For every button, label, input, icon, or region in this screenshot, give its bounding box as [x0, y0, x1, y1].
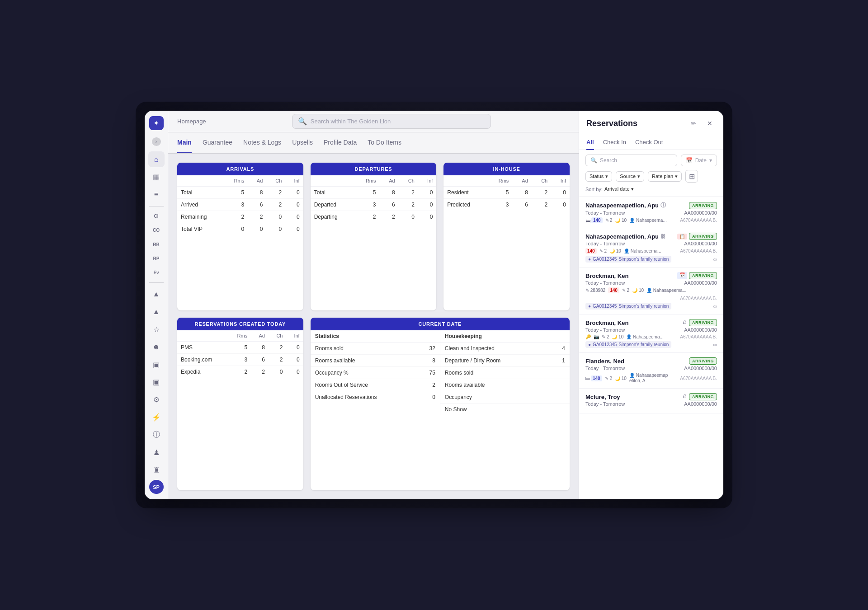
sidebar-item-home[interactable]: ⌂ [148, 151, 165, 167]
table-row: Departure / Dirty Room 1 [440, 354, 570, 366]
list-item[interactable]: Nahasapeemapetilon, Apu ⓘ ARRIVING Today… [579, 197, 723, 228]
arrivals-row-arrived-ch: 2 [266, 199, 285, 211]
panel-close-button[interactable]: ✕ [703, 117, 716, 130]
sidebar-item-people[interactable]: ☻ [148, 339, 165, 355]
panel-tab-checkin[interactable]: Check In [603, 135, 626, 150]
dot-icon: ● [588, 304, 591, 309]
list-item[interactable]: Mclure, Troy 🖨 ARRIVING Today - Tomorrow… [579, 389, 723, 413]
date-filter[interactable]: 📅 Date ▾ [681, 155, 717, 166]
res-icon-bed: 🛏 140 [585, 217, 603, 223]
arrivals-row-total-rms: 5 [223, 187, 248, 199]
table-row: Occupancy [440, 391, 570, 403]
arrivals-table: Rms Ad Ch Inf Total 5 8 2 [177, 175, 303, 235]
sidebar-item-calendar[interactable]: ▦ [148, 169, 165, 185]
group-tag: ● GA0012345 Simpson's family reunion [585, 341, 671, 348]
arrivals-row-remaining-ad: 2 [248, 211, 266, 223]
res-top-row: Mclure, Troy 🖨 ARRIVING [585, 393, 717, 400]
housekeeping-title: Housekeeping [440, 330, 570, 343]
table-row: Resident 5 8 2 0 [443, 187, 570, 199]
sidebar: ✦ › ⌂ ▦ ≡ CI CO RB RP Ev ▲ ▲ ☆ ☻ ▣ ▣ ⚙ ⚡… [145, 111, 168, 499]
res-icon-adults: ✎ 2 [605, 218, 613, 223]
room-number-chip: 140 [591, 217, 603, 223]
sidebar-item-info[interactable]: ⓘ [148, 427, 165, 443]
table-row: Rooms sold 32 [311, 343, 440, 355]
sidebar-item-reports[interactable]: ▲ [148, 304, 165, 320]
panel-search-bar[interactable]: 🔍 Search [585, 155, 677, 166]
tag-id: GA0012345 [593, 342, 617, 347]
panel-tab-all[interactable]: All [586, 135, 594, 150]
departures-col-label [311, 175, 355, 187]
res-top-row: Nahasapeemapetilon, Apu ⓘ ARRIVING [585, 202, 717, 209]
res-icon-children: 🌙 10 [615, 376, 627, 381]
res-badges: 🖨 ARRIVING [682, 319, 717, 326]
list-item[interactable]: Flanders, Ned ARRIVING Today - Tomorrow … [579, 353, 723, 389]
res-icon-bed: 🛏 140 [585, 375, 602, 381]
arrivals-row-arrived-label: Arrived [177, 199, 223, 211]
status-badge: ARRIVING [689, 393, 717, 400]
res-ref: AA0000000/00 [684, 280, 717, 286]
sidebar-item-tools[interactable]: ♜ [148, 462, 165, 478]
list-item[interactable]: Brockman, Ken 🖨 ARRIVING Today - Tomorro… [579, 314, 723, 353]
link-icon: ⛓ [660, 234, 665, 239]
arrivals-row-total-ad: 8 [248, 187, 266, 199]
tab-guarantee[interactable]: Guarantee [203, 132, 232, 153]
list-item[interactable]: Nahasapeemapetilon, Apu ⛓ 📋 ARRIVING Tod… [579, 228, 723, 267]
advanced-filter-button[interactable]: ⊞ [685, 170, 698, 183]
panel-title: Reservations [586, 119, 637, 128]
search-input[interactable] [311, 118, 485, 125]
sidebar-item-star[interactable]: ☆ [148, 322, 165, 338]
sidebar-item-ev[interactable]: Ev [148, 267, 165, 279]
status-filter-button[interactable]: Status ▾ [585, 171, 612, 182]
res-icon-children: 🌙 10 [609, 249, 621, 253]
sidebar-item-rb[interactable]: RB [148, 238, 165, 250]
sidebar-item-stats[interactable]: ⚙ [148, 392, 165, 408]
tab-profile[interactable]: Profile Data [324, 132, 357, 153]
source-filter-button[interactable]: Source ▾ [616, 171, 644, 182]
list-item[interactable]: Brockman, Ken 📅 ARRIVING Today - Tomorro… [579, 267, 723, 314]
arrivals-row-remaining-rms: 2 [223, 211, 248, 223]
sidebar-item-cashier[interactable]: ⚡ [148, 409, 165, 425]
sidebar-item-up[interactable]: ▲ [148, 286, 165, 302]
sidebar-item-list[interactable]: ≡ [148, 187, 165, 202]
sidebar-toggle[interactable]: › [152, 137, 161, 146]
table-row: Departed 3 6 2 0 [311, 199, 437, 211]
tab-main[interactable]: Main [177, 132, 192, 153]
panel-header: Reservations ✏ ✕ All Check In Check Out [579, 111, 723, 150]
arrivals-row-vip-label: Total VIP [177, 223, 223, 235]
res-icons-row: 🛏 140 ✎ 2 🌙 10 👤 Nahaspeema... A670AAAAA… [585, 217, 717, 223]
res-guest-short: 👤 Nahasapeema... [646, 288, 686, 293]
main-content: Homepage 🔍 Main Guarantee Notes & Logs U… [168, 111, 579, 499]
res-icon-adults: ✎ 2 [602, 334, 609, 339]
res-guest-name: Brockman, Ken [585, 319, 628, 326]
chevron-down-icon: ▾ [631, 186, 634, 192]
res-guest-short: 👤 Nahaspeema... [624, 249, 661, 253]
panel-tab-checkout[interactable]: Check Out [635, 135, 663, 150]
table-row: Rooms available 8 [311, 354, 440, 366]
departures-col-rms: Rms [354, 175, 379, 187]
status-badge: ARRIVING [689, 272, 717, 279]
res-date-range: Today - Tomorrow [585, 327, 625, 333]
sidebar-item-monitor[interactable]: ▣ [148, 375, 165, 390]
tab-upsells[interactable]: Upsells [292, 132, 313, 153]
tab-todo[interactable]: To Do Items [368, 132, 401, 153]
rate-plan-filter-button[interactable]: Rate plan ▾ [648, 171, 682, 182]
sidebar-item-tasks[interactable]: ♟ [148, 445, 165, 460]
sidebar-item-rp[interactable]: RP [148, 253, 165, 265]
res-icons-row: ✎ 283982 140 ✎ 2 🌙 10 👤 Nahasapeema... A… [585, 287, 717, 301]
user-avatar[interactable]: SP [149, 480, 164, 494]
chevron-down-icon: ▾ [709, 157, 712, 164]
booking-num: ✎ 283982 [585, 288, 605, 293]
table-row: Unallocated Reservations 0 [311, 391, 440, 403]
table-row: Total VIP 0 0 0 0 [177, 223, 303, 235]
arrivals-col-ch: Ch [266, 175, 285, 187]
sort-value[interactable]: Arrival date ▾ [604, 186, 634, 192]
res-date-range: Today - Tomorrow [585, 280, 625, 286]
panel-edit-button[interactable]: ✏ [687, 117, 700, 130]
sidebar-item-ci[interactable]: CI [148, 210, 165, 222]
housekeeping-section: Housekeeping Clean and Inspected 4 Depar… [440, 330, 570, 415]
sidebar-item-co[interactable]: CO [148, 224, 165, 236]
tab-notes[interactable]: Notes & Logs [243, 132, 281, 153]
arrivals-row-remaining-label: Remaining [177, 211, 223, 223]
sidebar-item-profile[interactable]: ▣ [148, 357, 165, 373]
global-search-bar[interactable]: 🔍 [292, 114, 491, 129]
